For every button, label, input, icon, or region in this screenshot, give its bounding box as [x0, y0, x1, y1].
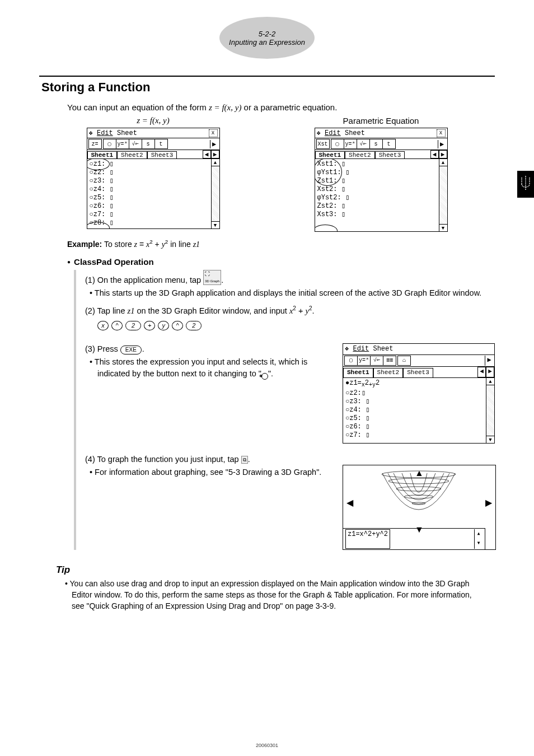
key-caret: ^ [172, 321, 183, 331]
toolbar-btn[interactable]: y=ᵃ [116, 139, 129, 148]
graph-view-icon: ⧉ [241, 456, 248, 464]
editor-line[interactable]: ○z5: ▯ [345, 414, 492, 423]
editor-line[interactable]: ○z2: ▯ [90, 169, 217, 177]
close-icon[interactable]: X [437, 129, 446, 137]
editor-line[interactable]: Zst2: ▯ [317, 202, 445, 211]
menu-sheet[interactable]: Sheet [345, 129, 365, 137]
toolbar-btn[interactable]: s [370, 139, 383, 148]
tab-scroll-right-icon[interactable]: ▶ [486, 367, 494, 377]
scrollbar[interactable]: ▲ ▼ [486, 378, 494, 443]
toolbar-btn[interactable]: y=ᵃ [358, 356, 371, 365]
nav-up-icon[interactable]: ▲ [415, 466, 424, 479]
menu-sheet[interactable]: Sheet [373, 344, 393, 354]
tab-sheet1[interactable]: Sheet1 [87, 151, 118, 158]
toolbar-btn[interactable]: ▢ [331, 139, 344, 148]
dropdown-icon[interactable]: ❖ [317, 129, 321, 137]
scroll-down-icon[interactable]: ▼ [439, 224, 447, 231]
toolbar-btn[interactable]: ≣≣ [383, 356, 396, 365]
key-2: 2 [186, 321, 202, 331]
nav-left-icon[interactable]: ◀ [346, 496, 353, 509]
intro-text: You can input an equation of the form z … [67, 102, 495, 113]
editor-line[interactable]: ○z4: ▯ [90, 185, 217, 194]
menu-edit[interactable]: Edit [353, 344, 369, 354]
tab-scroll-left-icon[interactable]: ◀ [430, 150, 439, 158]
editor-line[interactable]: ○z2:▯ [345, 389, 492, 398]
tab-scroll-left-icon[interactable]: ◀ [203, 150, 211, 158]
right-screenshot-title: Parametric Equation [315, 116, 448, 125]
dropdown-icon[interactable]: ❖ [89, 129, 93, 137]
toolbar-btn[interactable]: ▢ [104, 139, 116, 148]
toolbar-more-icon[interactable]: ▶ [485, 356, 493, 365]
menu-sheet[interactable]: Sheet [117, 129, 137, 137]
screenshot-parametric-editor: ❖ Edit Sheet X Xst ▢ y=ᵃ √⟜ s t [315, 128, 448, 232]
dropdown-icon[interactable]: ❖ [345, 344, 349, 354]
editor-line[interactable]: ○z6: ▯ [345, 423, 492, 431]
scroll-up-icon[interactable]: ▲ [212, 159, 219, 166]
toolbar-btn[interactable]: √⟜ [129, 139, 142, 148]
editor-line[interactable]: Xst3: ▯ [317, 211, 445, 219]
scroll-down-icon[interactable]: ▼ [212, 221, 219, 228]
tab-sheet2[interactable]: Sheet2 [373, 368, 404, 377]
page-number: 5-2-2 [219, 30, 315, 38]
tab-sheet1[interactable]: Sheet1 [343, 368, 373, 377]
tab-sheet2[interactable]: Sheet2 [345, 151, 375, 158]
editor-line[interactable]: ○z7: ▯ [90, 211, 217, 219]
tab-scroll-left-icon[interactable]: ◀ [477, 367, 486, 377]
tip-body: • You can also use drag and drop to inpu… [62, 578, 472, 612]
toolbar-more-icon[interactable]: ▶ [438, 140, 446, 148]
scroll-up-icon[interactable]: ▲ [439, 159, 447, 166]
toolbar-btn[interactable]: s [142, 139, 155, 148]
scroll-up-icon[interactable]: ▲ [486, 378, 494, 385]
menu-edit[interactable]: Edit [97, 129, 113, 137]
graph-stepper-icon[interactable]: ▴▾ [474, 529, 483, 549]
tab-sheet2[interactable]: Sheet2 [117, 151, 147, 158]
tip-heading: Tip [56, 564, 495, 576]
side-chapter-tab [517, 171, 534, 198]
trident-icon [519, 175, 532, 194]
editor-line[interactable]: ○z7: ▯ [345, 431, 492, 440]
editor-line[interactable]: φYst2: ▯ [317, 194, 445, 202]
tab-sheet3[interactable]: Sheet3 [375, 151, 405, 158]
tab-scroll-right-icon[interactable]: ▶ [439, 150, 447, 158]
page-header-badge: 5-2-2 Inputting an Expression [219, 17, 315, 59]
3d-graph-app-icon: ⛶3D Graph [203, 270, 221, 285]
footer-date: 20060301 [0, 743, 534, 748]
step-2: (2) Tap line z1 on the 3D Graph Editor w… [85, 305, 495, 317]
tab-sheet1[interactable]: Sheet1 [315, 151, 345, 158]
editor-line-selected[interactable]: ●z1=x2+y2 [345, 379, 492, 389]
step-3-note: • This stores the expression you input a… [97, 356, 326, 380]
scrollbar[interactable]: ▲ ▼ [439, 159, 447, 231]
toolbar-btn[interactable]: t [383, 139, 395, 148]
menu-edit[interactable]: Edit [325, 129, 341, 137]
toolbar-btn[interactable]: ▢ [345, 356, 358, 365]
key-2: 2 [125, 321, 141, 331]
editor-line[interactable]: ○z3: ▯ [345, 398, 492, 406]
key-caret: ^ [111, 321, 123, 331]
tab-sheet3[interactable]: Sheet3 [403, 368, 433, 377]
editor-line[interactable]: ○z4: ▯ [345, 406, 492, 414]
close-icon[interactable]: X [209, 129, 218, 137]
mode-indicator: z= [88, 139, 102, 149]
graph-expression-display: z1=x^2+y^2 [345, 529, 390, 549]
scroll-down-icon[interactable]: ▼ [486, 436, 494, 443]
operation-heading: ClassPad Operation [67, 257, 495, 267]
nav-right-icon[interactable]: ▶ [485, 496, 492, 509]
editor-line[interactable]: ○z3: ▯ [90, 177, 217, 185]
tab-sheet3[interactable]: Sheet3 [147, 151, 177, 158]
save-icon[interactable]: ⌂ [397, 356, 411, 366]
section-heading: Storing a Function [41, 80, 495, 95]
step-3: (3) Press EXE. [85, 343, 326, 355]
svg-point-5 [396, 487, 441, 491]
toolbar-btn[interactable]: y=ᵃ [344, 139, 357, 148]
tab-scroll-right-icon[interactable]: ▶ [211, 150, 219, 158]
toolbar-btn[interactable]: √⟜ [357, 139, 370, 148]
editor-line[interactable]: Xst2: ▯ [317, 185, 445, 194]
toolbar-more-icon[interactable]: ▶ [210, 140, 218, 148]
scrollbar[interactable]: ▲ ▼ [211, 159, 219, 228]
editor-line[interactable]: ○z5: ▯ [90, 194, 217, 202]
toolbar-btn[interactable]: t [155, 139, 167, 148]
screenshot-3d-graph: ▲ ◀ ▶ ▼ z1=x^2+y^2 ▴▾ [343, 465, 496, 550]
editor-line[interactable]: ○z6: ▯ [90, 202, 217, 211]
key-sequence: x ^ 2 + y ^ 2 [97, 319, 495, 331]
toolbar-btn[interactable]: √⟜ [371, 356, 383, 365]
